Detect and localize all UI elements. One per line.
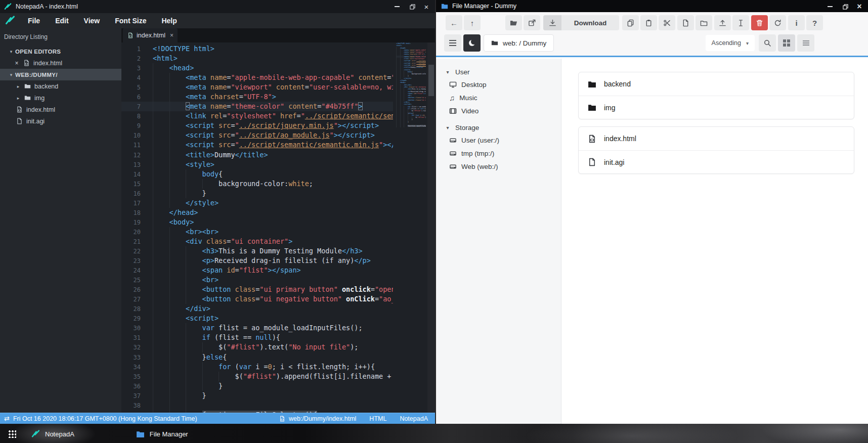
new-folder-button[interactable] <box>696 15 712 30</box>
download-button[interactable]: Download <box>543 15 619 30</box>
info-button[interactable]: i <box>788 15 805 30</box>
scrollbar-thumb[interactable] <box>428 65 434 96</box>
menu-item-font-size[interactable]: Font Size <box>107 13 154 28</box>
menu-item-view[interactable]: View <box>76 13 108 28</box>
sidebar-item-backend[interactable]: ▸backend <box>0 80 121 92</box>
help-button[interactable]: ? <box>806 15 823 30</box>
taskbar-item-file-manager[interactable]: File Manager <box>136 430 188 438</box>
file-row-init-agi[interactable]: init.agi <box>579 150 854 173</box>
menu-item-edit[interactable]: Edit <box>48 13 76 28</box>
taskbar-item-notepada[interactable]: NotepadA <box>31 430 74 438</box>
code-line-37[interactable]: 37} <box>121 391 393 401</box>
code-line-30[interactable]: 30var flist = ao_module_loadInputFiles()… <box>121 323 393 333</box>
code-line-21[interactable]: 21<div class="ui container"> <box>121 237 393 246</box>
code-line-33[interactable]: 33}else{ <box>121 352 393 362</box>
new-file-button[interactable] <box>677 15 694 30</box>
app-grid-icon[interactable] <box>8 430 16 438</box>
code-line-18[interactable]: 18</head> <box>121 208 393 217</box>
code-line-24[interactable]: 24<span id="flist"></span> <box>121 265 393 275</box>
minimap[interactable]: 1<!DOCTYPE html>2<html>3<head>4<meta nam… <box>396 42 426 413</box>
sidebar-item-user-user-[interactable]: User (user:/) <box>436 134 561 147</box>
code-line-15[interactable]: 15background-color:white; <box>121 179 393 189</box>
minimize-button[interactable] <box>390 0 404 13</box>
code-line-27[interactable]: 27<button class="ui negative button" onC… <box>121 294 393 304</box>
external-link-button[interactable] <box>524 15 540 30</box>
code-line-20[interactable]: 20<br><br> <box>121 227 393 237</box>
back-arrow-button[interactable]: ← <box>446 15 462 30</box>
code-line-6[interactable]: 6<meta charset="UTF-8"> <box>121 92 393 102</box>
open-editor-item[interactable]: ×index.html <box>0 57 121 69</box>
status-language[interactable]: HTML <box>369 415 386 422</box>
code-line-8[interactable]: 8<link rel="stylesheet" href="../script/… <box>121 111 393 121</box>
menu-item-file[interactable]: File <box>20 13 48 28</box>
dark-mode-toggle[interactable] <box>463 34 481 52</box>
sidebar-item-music[interactable]: ♫Music <box>436 91 561 104</box>
code-line-32[interactable]: 32$("#flist").text("No input file"); <box>121 342 393 352</box>
grid-view-button[interactable] <box>778 34 795 52</box>
upload-button[interactable] <box>714 15 731 30</box>
file-row-index-html[interactable]: index.html <box>579 127 854 150</box>
close-icon[interactable]: × <box>420 0 433 13</box>
code-line-36[interactable]: 36} <box>121 381 393 391</box>
code-editor[interactable]: 1<!DOCTYPE html>2<html>3<head>4<meta nam… <box>121 42 435 413</box>
code-line-29[interactable]: 29<script> <box>121 314 393 323</box>
sidebar-section-storage[interactable]: ▾Storage <box>436 121 561 134</box>
hamburger-menu-button[interactable] <box>444 34 461 52</box>
code-line-10[interactable]: 10<script src="../script/ao_module.js"><… <box>121 130 393 140</box>
editor-scrollbar[interactable] <box>427 42 435 413</box>
paste-button[interactable] <box>640 15 657 30</box>
sidebar-section-user[interactable]: ▾User <box>436 66 561 78</box>
rename-ibeam-button[interactable] <box>732 15 749 30</box>
code-line-5[interactable]: 5<meta name="viewport" content="user-sca… <box>121 82 393 92</box>
status-file-path[interactable]: web:/Dummy/index.html <box>289 415 356 422</box>
sidebar-item-video[interactable]: Video <box>436 104 561 117</box>
sidebar-item-tmp-tmp-[interactable]: tmp (tmp:/) <box>436 147 561 160</box>
sidebar-workspace-root[interactable]: ▾WEB:/DUMMY/ <box>0 69 121 80</box>
search-button[interactable] <box>759 34 776 52</box>
tab-index-html[interactable]: index.html × <box>123 28 178 42</box>
code-line-38[interactable]: 38 <box>121 401 393 410</box>
code-line-14[interactable]: 14body{ <box>121 169 393 179</box>
code-line-28[interactable]: 28</div> <box>121 304 393 314</box>
file-row-img[interactable]: img <box>579 96 854 119</box>
notepada-titlebar[interactable]: NotepadA - index.html × <box>0 0 435 13</box>
code-line-31[interactable]: 31if (flist == null){ <box>121 333 393 342</box>
open-folder-button[interactable] <box>505 15 522 30</box>
cut-button[interactable] <box>659 15 675 30</box>
code-line-3[interactable]: 3<head> <box>121 63 393 73</box>
sidebar-item-desktop[interactable]: Desktop <box>436 78 561 91</box>
code-line-9[interactable]: 9<script src="../script/jquery.min.js"><… <box>121 121 393 130</box>
tab-close-icon[interactable]: × <box>170 32 173 39</box>
trash-button[interactable] <box>751 15 768 30</box>
code-line-2[interactable]: 2<html> <box>121 54 393 63</box>
code-line-19[interactable]: 19<body> <box>121 217 393 227</box>
close-icon[interactable]: × <box>853 0 866 13</box>
menu-item-help[interactable]: Help <box>154 13 184 28</box>
code-line-25[interactable]: 25<br> <box>121 275 393 285</box>
code-line-1[interactable]: 1<!DOCTYPE html> <box>121 44 393 54</box>
minimize-button[interactable] <box>823 0 837 13</box>
sidebar-item-img[interactable]: ▸img <box>0 92 121 104</box>
list-view-button[interactable] <box>797 34 814 52</box>
code-line-11[interactable]: 11<script src="../script/semantic/semant… <box>121 140 393 150</box>
code-line-12[interactable]: 12<title>Dummy</title> <box>121 150 393 160</box>
code-line-23[interactable]: 23<p>Received drag-in filelist (if any)<… <box>121 256 393 265</box>
up-arrow-button[interactable]: ↑ <box>464 15 481 30</box>
code-line-4[interactable]: 4<meta name="apple-mobile-web-app-capabl… <box>121 73 393 82</box>
code-line-17[interactable]: 17</style> <box>121 198 393 208</box>
code-line-35[interactable]: 35$("#flist").append(flist[i].filename +… <box>121 372 393 381</box>
sidebar-section-open-editors[interactable]: ▾OPEN EDITORS <box>0 46 121 57</box>
code-line-34[interactable]: 34for (var i =0; i < flist.length; i++){ <box>121 362 393 372</box>
code-line-26[interactable]: 26<button class="ui primary button" oncl… <box>121 285 393 294</box>
code-line-22[interactable]: 22<h3>This is a Dummy Testing Module</h3… <box>121 246 393 256</box>
code-line-13[interactable]: 13<style> <box>121 160 393 169</box>
code-line-7[interactable]: 7<meta name="theme-color" content="#4b75… <box>121 102 393 111</box>
sidebar-item-index-html[interactable]: index.html <box>0 104 121 115</box>
file-row-backend[interactable]: backend <box>579 72 854 96</box>
restore-button[interactable] <box>406 0 419 13</box>
sort-order-dropdown[interactable]: Ascending ▾ <box>706 35 755 51</box>
sidebar-item-web-web-[interactable]: Web (web:/) <box>436 160 561 173</box>
refresh-button[interactable] <box>769 15 786 30</box>
breadcrumb[interactable]: web: / Dummy <box>484 34 554 52</box>
close-icon[interactable]: × <box>13 60 20 67</box>
